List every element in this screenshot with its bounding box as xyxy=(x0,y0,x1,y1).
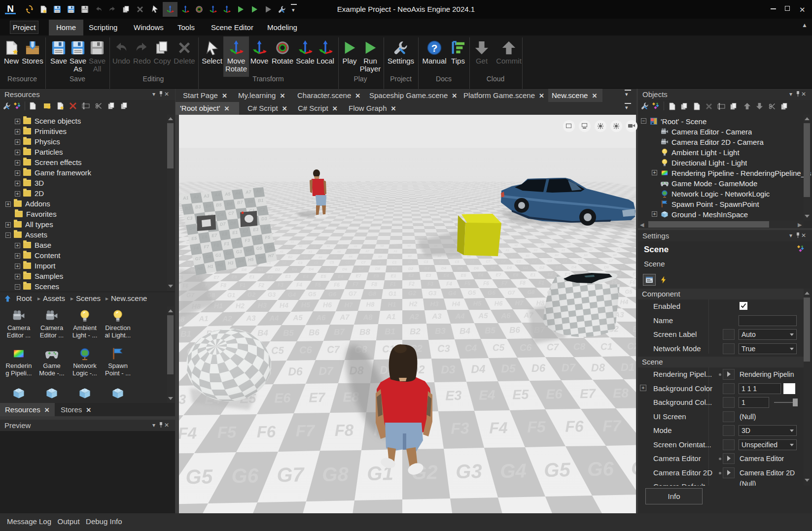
svg-text:A2: A2 xyxy=(193,195,199,200)
svg-text:C3: C3 xyxy=(424,260,428,264)
svg-text:D3: D3 xyxy=(424,266,430,270)
svg-text:H6: H6 xyxy=(567,243,571,246)
svg-text:C3: C3 xyxy=(187,216,193,221)
svg-text:H5: H5 xyxy=(248,257,254,262)
svg-text:C5: C5 xyxy=(578,259,583,263)
svg-text:E8: E8 xyxy=(222,232,228,237)
svg-text:A6: A6 xyxy=(351,250,355,253)
svg-text:D6: D6 xyxy=(474,266,479,270)
svg-text:G3: G3 xyxy=(268,291,276,298)
svg-text:H1: H1 xyxy=(214,302,223,310)
svg-text:C2: C2 xyxy=(282,261,287,265)
svg-text:F7: F7 xyxy=(353,282,358,287)
svg-text:F8: F8 xyxy=(213,243,219,248)
svg-text:H3: H3 xyxy=(228,261,234,266)
svg-text:H2: H2 xyxy=(299,245,303,248)
svg-text:C3: C3 xyxy=(298,261,303,265)
svg-text:C5: C5 xyxy=(455,260,459,264)
svg-text:B1: B1 xyxy=(511,254,515,257)
svg-text:G6: G6 xyxy=(587,458,614,480)
svg-text:G5: G5 xyxy=(308,291,317,298)
svg-text:G2: G2 xyxy=(247,291,256,298)
svg-text:F6: F6 xyxy=(565,417,584,435)
svg-text:B7: B7 xyxy=(598,254,602,257)
svg-text:D8: D8 xyxy=(242,267,247,272)
svg-text:C6: C6 xyxy=(299,344,313,355)
svg-text:E3: E3 xyxy=(425,273,431,278)
svg-text:F2: F2 xyxy=(409,281,415,287)
svg-text:D6: D6 xyxy=(288,365,303,378)
svg-text:C8: C8 xyxy=(377,261,382,264)
svg-text:G7: G7 xyxy=(349,290,357,297)
svg-text:F3: F3 xyxy=(245,238,250,243)
svg-text:B1: B1 xyxy=(393,255,397,258)
svg-text:D1: D1 xyxy=(621,361,635,373)
svg-text:F5: F5 xyxy=(217,423,237,441)
svg-text:C8: C8 xyxy=(573,341,586,352)
svg-text:B3: B3 xyxy=(304,255,308,259)
svg-text:H6: H6 xyxy=(620,512,636,513)
svg-text:F6: F6 xyxy=(256,422,276,441)
svg-text:B8: B8 xyxy=(359,327,371,336)
svg-text:G1: G1 xyxy=(291,240,294,243)
svg-text:H7: H7 xyxy=(580,243,584,246)
svg-text:E7: E7 xyxy=(355,273,361,278)
svg-text:A7: A7 xyxy=(365,250,369,253)
svg-text:D5: D5 xyxy=(458,266,463,270)
svg-text:H8: H8 xyxy=(197,266,203,271)
svg-text:A2: A2 xyxy=(293,250,298,253)
svg-text:H3: H3 xyxy=(313,245,317,248)
svg-text:A8: A8 xyxy=(255,189,262,194)
svg-text:C4: C4 xyxy=(439,260,444,264)
svg-text:D5: D5 xyxy=(325,267,331,271)
svg-text:B3: B3 xyxy=(633,324,636,333)
svg-text:B8: B8 xyxy=(247,199,253,204)
svg-text:A4: A4 xyxy=(547,249,551,252)
svg-text:H8: H8 xyxy=(594,243,597,246)
svg-text:H1: H1 xyxy=(208,264,213,269)
svg-text:A7: A7 xyxy=(588,248,593,251)
svg-text:B1: B1 xyxy=(258,198,264,203)
svg-text:A3: A3 xyxy=(431,312,442,320)
svg-text:D2: D2 xyxy=(408,266,414,271)
svg-text:C5: C5 xyxy=(330,261,334,264)
svg-text:C3: C3 xyxy=(548,259,552,263)
svg-text:H8: H8 xyxy=(366,300,375,308)
svg-text:E2: E2 xyxy=(408,273,414,278)
svg-text:F6: F6 xyxy=(630,280,635,285)
svg-text:F1: F1 xyxy=(224,241,229,247)
svg-text:B5: B5 xyxy=(333,255,337,258)
svg-text:F6: F6 xyxy=(483,281,489,286)
svg-text:G5: G5 xyxy=(544,459,571,481)
svg-text:A2: A2 xyxy=(409,312,419,321)
svg-text:E8: E8 xyxy=(231,274,237,279)
svg-text:G4: G4 xyxy=(500,460,527,482)
svg-text:B7: B7 xyxy=(237,199,244,205)
svg-text:C6: C6 xyxy=(594,259,598,263)
svg-text:G3: G3 xyxy=(236,249,242,255)
svg-text:A2: A2 xyxy=(407,250,412,253)
svg-text:B3: B3 xyxy=(435,326,446,335)
svg-text:C6: C6 xyxy=(470,260,475,263)
svg-text:A2: A2 xyxy=(222,314,232,323)
svg-text:F5: F5 xyxy=(464,281,470,286)
svg-text:A3: A3 xyxy=(246,314,256,322)
svg-text:F5: F5 xyxy=(265,234,271,240)
svg-text:B1: B1 xyxy=(385,327,395,336)
svg-text:H6: H6 xyxy=(354,245,357,248)
svg-text:H1: H1 xyxy=(394,244,398,247)
svg-text:B8: B8 xyxy=(378,255,382,258)
svg-text:E4: E4 xyxy=(443,273,449,278)
svg-text:H8: H8 xyxy=(381,244,384,247)
svg-text:H5: H5 xyxy=(340,245,344,248)
svg-text:H4: H4 xyxy=(238,259,244,264)
svg-text:H3: H3 xyxy=(430,300,439,307)
svg-text:A5: A5 xyxy=(478,311,488,320)
svg-text:H1: H1 xyxy=(607,243,610,246)
svg-text:D2: D2 xyxy=(539,266,545,270)
svg-text:C1: C1 xyxy=(600,341,613,352)
svg-text:F8: F8 xyxy=(371,282,377,287)
svg-text:A2: A2 xyxy=(519,249,524,252)
svg-text:H4: H4 xyxy=(280,301,288,309)
svg-text:H3: H3 xyxy=(258,301,267,309)
